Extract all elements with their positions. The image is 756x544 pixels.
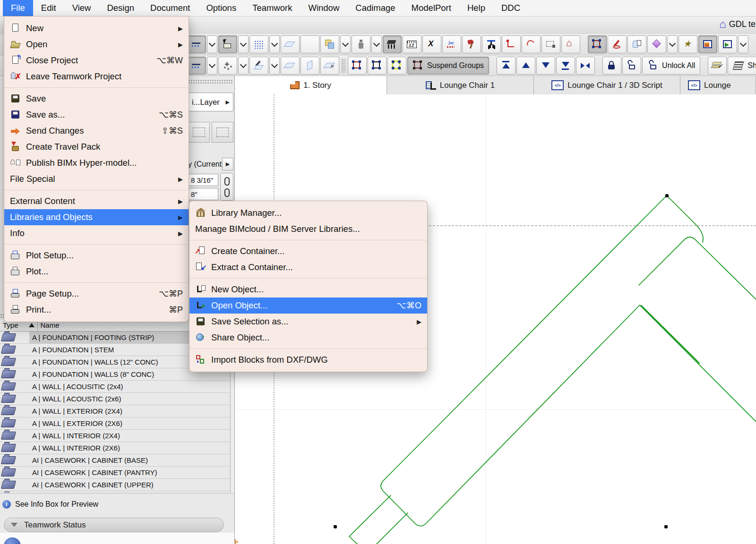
layer-selector[interactable]: i...Layer ▶ [188, 93, 233, 111]
list-item[interactable]: AI | CASEWORK | CABINET (PANTRY) [0, 467, 230, 479]
render-clapper-icon[interactable] [383, 35, 402, 53]
menu-item-send-changes[interactable]: Send Changes⇧⌘S [4, 123, 189, 139]
send-backward-icon[interactable] [536, 57, 555, 75]
menu-item-libraries-and-objects[interactable]: Libraries and Objects▶ [4, 209, 189, 225]
corner-guide-icon[interactable] [502, 35, 521, 53]
plane-skew-icon[interactable] [281, 35, 300, 53]
curve-edit-icon[interactable] [522, 35, 541, 53]
plumb-icon[interactable] [352, 35, 370, 53]
plane-skip-icon[interactable] [320, 57, 339, 75]
menu-item-close-project[interactable]: Close Project⌥⌘W [4, 52, 189, 68]
dropdown-caret[interactable] [340, 35, 351, 53]
tab-lounge-chair-1-3d-script[interactable]: Lounge Chair 1 / 3D Script [534, 76, 680, 94]
menu-item-page-setup[interactable]: Page Setup...⌥⌘P [4, 286, 189, 302]
object-hotspot[interactable] [664, 525, 668, 528]
marquee-rotated-tool-tile[interactable] [212, 122, 233, 143]
list-item[interactable]: A | WALL | INTERIOR (2X4) [0, 430, 230, 442]
split-scissors-icon[interactable] [442, 35, 461, 53]
list-item[interactable]: AI | CASEWORK | CABINET (UPPER) [0, 479, 230, 491]
menu-item-share-object[interactable]: Share Object... [189, 330, 427, 346]
list-item[interactable]: AI | CASEWORK | CABINET (BASE) [0, 454, 230, 467]
group-red-icon[interactable] [348, 57, 367, 75]
dropdown-caret[interactable] [238, 35, 249, 53]
menu-item-save-selection-as[interactable]: Save Selection as...▶ [189, 314, 427, 330]
menu-item-create-travel-pack[interactable]: Create Travel Pack [4, 139, 189, 155]
column-name-label[interactable]: Name [41, 321, 60, 329]
menubar-item-edit[interactable]: Edit [33, 0, 64, 16]
group-dark-icon[interactable] [368, 57, 387, 75]
dropdown-caret[interactable] [207, 35, 217, 53]
object-hotspot[interactable] [665, 194, 669, 197]
image-link-icon[interactable] [718, 35, 737, 53]
show-all-button[interactable]: Show A [728, 57, 756, 75]
menu-item-leave-teamwork-project[interactable]: Leave Teamwork Project [4, 68, 189, 85]
palette-drag-handle[interactable] [183, 79, 233, 84]
suspend-groups-button[interactable]: Suspend Groups [407, 57, 489, 75]
menu-item-open-object[interactable]: Open Object...⌥⌘O [189, 298, 427, 314]
send-to-back-icon[interactable] [556, 57, 575, 75]
morph-prism-icon[interactable] [647, 35, 666, 53]
menu-item-external-content[interactable]: External Content▶ [4, 193, 189, 209]
spread-icon[interactable] [576, 57, 595, 75]
list-item[interactable]: A | WALL | ACOUSITIC (2x4) [0, 381, 230, 393]
menu-item-library-manager[interactable]: Library Manager... [189, 205, 427, 221]
list-item[interactable]: A | WALL | EXTERIOR (2X6) [0, 417, 230, 430]
roof-house-icon[interactable] [561, 35, 580, 53]
dimension-bottom-field[interactable] [188, 188, 218, 200]
disclosure-triangle-icon[interactable] [11, 523, 17, 527]
adjust-axe-icon[interactable] [462, 35, 481, 53]
menu-item-import-blocks-from-dxf-dwg[interactable]: Import Blocks from DXF/DWG [189, 352, 427, 368]
menubar-item-window[interactable]: Window [300, 0, 347, 16]
annotate-pen-icon[interactable] [608, 35, 627, 53]
dropdown-caret[interactable] [667, 35, 678, 53]
image-frame-icon[interactable] [698, 35, 717, 53]
overlap-squares-icon[interactable] [320, 35, 339, 53]
ruler-dimension-icon[interactable] [403, 35, 421, 53]
unlock-all-button[interactable]: Unlock All [642, 57, 700, 75]
current-story-popup-button[interactable]: ▶ [222, 158, 233, 170]
menu-item-new[interactable]: New▶ [4, 20, 189, 36]
column-type-label[interactable]: Type [3, 321, 18, 329]
dropdown-caret[interactable] [371, 35, 382, 53]
list-item[interactable]: A | WALL | ACOUSTIC (2x6) [0, 393, 230, 405]
menubar-item-teamwork[interactable]: Teamwork [244, 0, 300, 16]
snap-grid-icon[interactable] [249, 35, 268, 53]
menu-item-plot-setup[interactable]: Plot Setup... [4, 247, 189, 264]
menu-item-create-container[interactable]: Create Container... [189, 243, 427, 259]
cursor-settings-icon[interactable] [218, 35, 237, 53]
wall-accept-icon[interactable] [187, 35, 206, 53]
bring-to-front-icon[interactable] [497, 57, 515, 75]
object-hotspot[interactable] [334, 525, 337, 528]
level-gauge-icon[interactable] [482, 35, 501, 53]
unlock-icon[interactable] [622, 57, 641, 75]
wall-reference-icon[interactable] [187, 57, 206, 75]
menu-item-plot[interactable]: Plot... [4, 264, 189, 280]
lock-icon[interactable] [602, 57, 621, 75]
favorites-star-icon[interactable] [679, 35, 697, 53]
menu-item-open[interactable]: Open▶ [4, 36, 189, 52]
plane-b-icon[interactable] [301, 57, 319, 75]
tab-1-story[interactable]: 1. Story [235, 76, 387, 94]
layer-sheets-icon[interactable] [708, 57, 727, 75]
menubar-item-cadimage[interactable]: Cadimage [347, 0, 403, 16]
list-item[interactable]: A | WALL | INTERIOR (2X6) [0, 442, 230, 454]
group-select-icon[interactable] [387, 57, 406, 75]
marquee-tool-tile[interactable] [188, 122, 210, 143]
bring-forward-icon[interactable] [516, 57, 535, 75]
menu-item-publish-bimx-hyper-model[interactable]: Publish BIMx Hyper-model... [4, 155, 189, 171]
hand-note-icon[interactable] [627, 35, 646, 53]
menubar-item-file[interactable]: File [3, 0, 33, 16]
dropdown-caret[interactable] [269, 35, 280, 53]
menubar-item-help[interactable]: Help [459, 0, 493, 16]
dimension-top-field[interactable] [188, 174, 218, 186]
menubar-item-view[interactable]: View [64, 0, 99, 16]
plane-a-icon[interactable] [281, 57, 300, 75]
drag-marquee-icon[interactable] [541, 35, 560, 53]
tab-lounge[interactable]: Lounge [680, 76, 756, 94]
menu-item-extract-a-container[interactable]: Extract a Container... [189, 259, 427, 275]
menu-item-new-object[interactable]: New Object... [189, 281, 427, 298]
menu-item-manage-bimcloud-bim-server-libraries[interactable]: Manage BIMcloud / BIM Server Libraries..… [189, 221, 427, 237]
menubar-item-document[interactable]: Document [142, 0, 198, 16]
dropdown-caret[interactable] [238, 57, 249, 75]
menubar-item-design[interactable]: Design [99, 0, 142, 16]
